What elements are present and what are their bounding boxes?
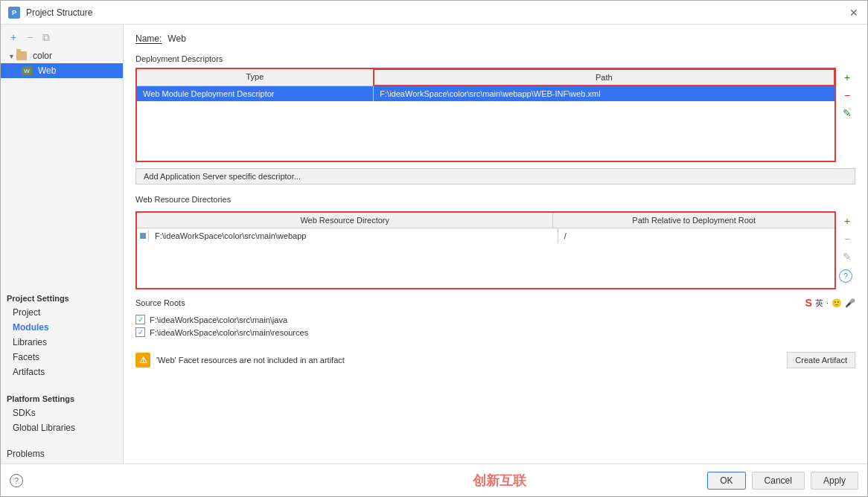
cancel-button[interactable]: Cancel [752, 472, 805, 490]
sidebar-item-problems[interactable]: Problems [1, 444, 123, 464]
watermark: 创新互联 [473, 472, 526, 490]
sidebar-item-global-libraries[interactable]: Global Libraries [1, 420, 123, 435]
web-label: Web [38, 65, 56, 76]
tree-folder-color[interactable]: ▾ color [1, 48, 123, 63]
ok-button[interactable]: OK [707, 472, 745, 490]
type-header: Type [137, 69, 374, 86]
create-artifact-btn[interactable]: Create Artifact [787, 352, 855, 368]
sidebar-item-project[interactable]: Project [1, 305, 123, 320]
name-row: Name: Web [135, 33, 855, 44]
global-libraries-label: Global Libraries [13, 423, 75, 433]
web-resource-dir-cell: F:\ideaWorkSpace\color\src\main\webapp [149, 228, 558, 243]
sidebar: + − ⧉ ▾ color W Web Project Settings Pr [1, 25, 124, 464]
type-cell: Web Module Deployment Descriptor [137, 86, 374, 101]
web-resource-table-header: Web Resource Directory Path Relative to … [137, 213, 835, 228]
sidebar-item-libraries[interactable]: Libraries [1, 335, 123, 350]
path-cell: F:\ideaWorkSpace\color\src\main\webapp\W… [374, 86, 835, 101]
source-roots-section: Source Roots S 英 · 🙂 🎤 ✓ F:\ideaWorkSpac… [135, 297, 855, 339]
deployment-table: Type Path Web Module Deployment Descript… [135, 68, 836, 162]
arrow-icon: ▾ [10, 52, 13, 60]
deployment-descriptors-title: Deployment Descriptors [135, 54, 855, 63]
libraries-label: Libraries [13, 337, 47, 347]
project-settings-label: Project Settings [1, 288, 123, 305]
deployment-table-row[interactable]: Web Module Deployment Descriptor F:\idea… [137, 86, 835, 101]
sidebar-item-artifacts[interactable]: Artifacts [1, 365, 123, 379]
source-root-java: ✓ F:\ideaWorkSpace\color\src\main\java [135, 313, 855, 326]
deployment-table-header: Type Path [137, 69, 835, 86]
remove-descriptor-btn[interactable]: − [839, 87, 855, 103]
project-label: Project [13, 307, 40, 318]
source-root-resources: ✓ F:\ideaWorkSpace\color\src\main\resour… [135, 326, 855, 339]
bottom-bar: ? 创新互联 OK Cancel Apply [1, 464, 867, 496]
web-resource-dir-header: Web Resource Directory [137, 213, 553, 228]
web-resource-path-header: Path Relative to Deployment Root [553, 213, 835, 228]
close-button[interactable]: ✕ [848, 7, 860, 19]
warning-row: ⚠ 'Web' Facet resources are not included… [135, 346, 855, 374]
artifacts-label: Artifacts [13, 367, 45, 377]
sougou-dot: · [826, 298, 829, 307]
add-button[interactable]: + [7, 31, 20, 44]
edit-web-resource-btn[interactable]: ✎ [839, 248, 855, 265]
sidebar-toolbar: + − ⧉ [1, 28, 123, 47]
web-resource-table: Web Resource Directory Path Relative to … [135, 211, 836, 289]
web-icon: W [22, 66, 32, 75]
project-tree: ▾ color W Web [1, 47, 123, 288]
deployment-side-buttons: + − ✎ [839, 68, 855, 162]
java-path: F:\ideaWorkSpace\color\src\main\java [150, 315, 287, 324]
folder-label: color [33, 51, 52, 61]
remove-web-resource-btn[interactable]: − [839, 231, 855, 247]
folder-icon [16, 51, 27, 60]
add-web-resource-btn[interactable]: + [839, 213, 855, 229]
web-resource-row[interactable]: F:\ideaWorkSpace\color\src\main\webapp / [137, 228, 835, 243]
java-checkbox[interactable]: ✓ [135, 315, 145, 324]
copy-button[interactable]: ⧉ [39, 31, 53, 44]
title-bar: P Project Structure ✕ [1, 1, 867, 25]
sougou-s-icon: S [805, 297, 812, 309]
help-button[interactable]: ? [10, 474, 23, 487]
dialog-buttons: OK Cancel Apply [707, 472, 858, 490]
source-roots-label: Source Roots [135, 298, 185, 307]
path-header: Path [373, 68, 835, 86]
web-resource-title: Web Resource Directories [135, 195, 855, 204]
warning-text: 'Web' Facet resources are not included i… [156, 356, 345, 365]
add-app-server-btn[interactable]: Add Application Server specific descript… [135, 168, 855, 185]
resources-path: F:\ideaWorkSpace\color\src\main\resource… [150, 328, 308, 337]
sidebar-item-modules[interactable]: Modules [1, 320, 123, 335]
window-title: Project Structure [26, 7, 92, 18]
sidebar-item-sdks[interactable]: SDKs [1, 405, 123, 420]
resources-checkbox[interactable]: ✓ [135, 327, 145, 337]
web-resource-path-cell: / [558, 228, 835, 243]
row-icon [140, 233, 146, 239]
apply-button[interactable]: Apply [811, 472, 858, 490]
modules-label: Modules [13, 322, 49, 333]
remove-button[interactable]: − [23, 31, 36, 44]
source-roots-title: Source Roots S 英 · 🙂 🎤 [135, 297, 855, 309]
facets-label: Facets [13, 352, 39, 362]
sougou-label: 英 [815, 298, 823, 309]
help-web-resource-btn[interactable]: ? [839, 269, 852, 283]
add-descriptor-btn[interactable]: + [839, 69, 855, 86]
edit-descriptor-btn[interactable]: ✎ [839, 105, 855, 121]
sdks-label: SDKs [13, 408, 36, 418]
name-label: Name: [135, 33, 162, 44]
problems-label: Problems [7, 449, 45, 459]
app-icon: P [8, 7, 20, 19]
name-value: Web [167, 33, 185, 44]
sougou-mic: 🎤 [845, 298, 855, 308]
tree-item-web[interactable]: W Web [1, 63, 123, 78]
sougou-emoji1: 🙂 [832, 298, 842, 308]
sidebar-item-facets[interactable]: Facets [1, 350, 123, 365]
platform-settings-label: Platform Settings [1, 388, 123, 405]
warning-icon: ⚠ [135, 353, 150, 368]
web-resource-side-buttons: + − ✎ ? [839, 211, 855, 289]
right-panel: Name: Web Deployment Descriptors Type Pa… [124, 25, 867, 464]
